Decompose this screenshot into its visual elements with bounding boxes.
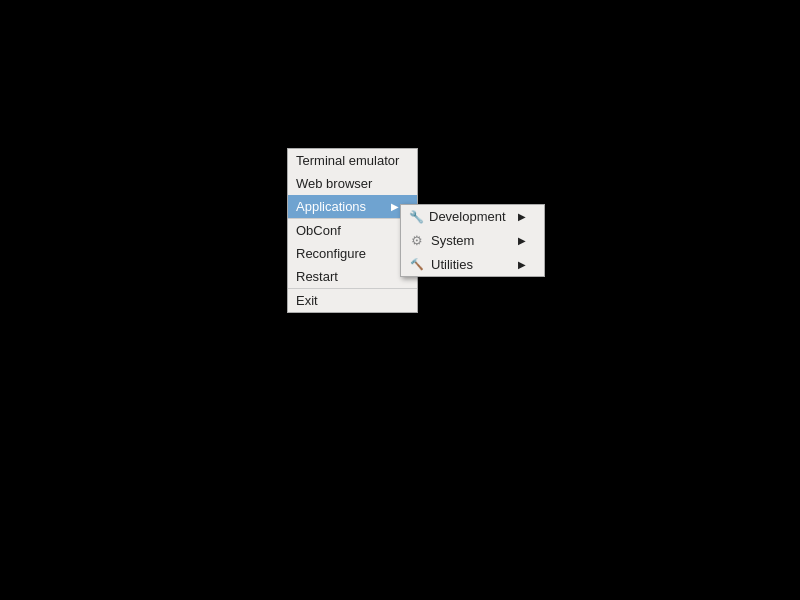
menu-item-development[interactable]: Development ▶ — [401, 205, 544, 228]
context-menu: Terminal emulator Web browser Applicatio… — [287, 148, 418, 313]
menu-item-applications-label: Applications — [296, 199, 366, 214]
system-arrow-icon: ▶ — [518, 235, 526, 246]
menu-item-webbrowser-label: Web browser — [296, 176, 372, 191]
applications-arrow-icon: ▶ — [391, 201, 399, 212]
menu-item-webbrowser[interactable]: Web browser — [288, 172, 417, 195]
menu-item-utilities[interactable]: Utilities ▶ — [401, 252, 544, 276]
menu-item-reconfigure-label: Reconfigure — [296, 246, 366, 261]
primary-menu: Terminal emulator Web browser Applicatio… — [287, 148, 418, 313]
system-icon — [409, 232, 425, 248]
menu-item-restart-label: Restart — [296, 269, 338, 284]
applications-submenu: Development ▶ System ▶ Utilities ▶ — [400, 204, 545, 277]
menu-item-terminal-label: Terminal emulator — [296, 153, 399, 168]
menu-item-applications[interactable]: Applications ▶ — [288, 195, 417, 218]
menu-item-development-label: Development — [429, 209, 506, 224]
menu-item-system-label: System — [431, 233, 506, 248]
menu-item-terminal[interactable]: Terminal emulator — [288, 149, 417, 172]
menu-item-system[interactable]: System ▶ — [401, 228, 544, 252]
menu-item-exit-label: Exit — [296, 293, 318, 308]
utilities-icon — [409, 256, 425, 272]
menu-item-utilities-label: Utilities — [431, 257, 506, 272]
development-arrow-icon: ▶ — [518, 211, 526, 222]
menu-item-reconfigure[interactable]: Reconfigure — [288, 242, 417, 265]
menu-item-obconf-label: ObConf — [296, 223, 341, 238]
menu-item-restart[interactable]: Restart — [288, 265, 417, 288]
development-icon — [409, 210, 423, 224]
utilities-arrow-icon: ▶ — [518, 259, 526, 270]
menu-item-obconf[interactable]: ObConf — [288, 218, 417, 242]
menu-item-exit[interactable]: Exit — [288, 288, 417, 312]
